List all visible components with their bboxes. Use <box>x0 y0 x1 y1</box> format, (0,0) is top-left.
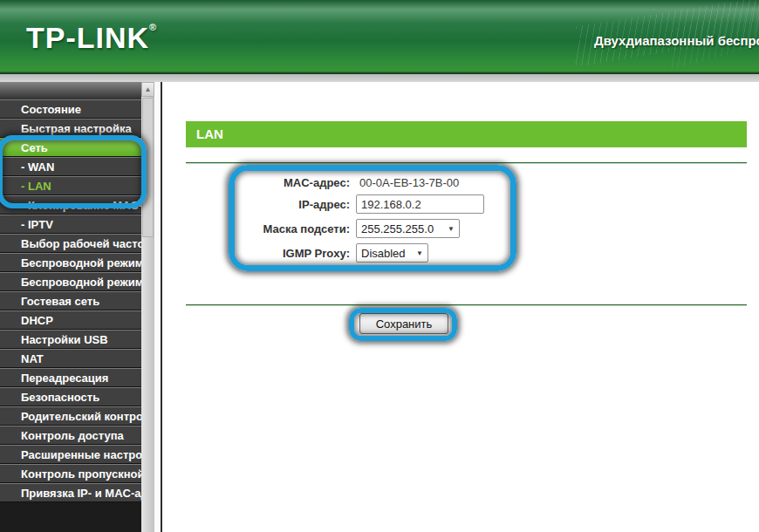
subnet-mask-select[interactable]: 255.255.255.0 ▼ <box>356 219 460 238</box>
scrollbar-thumb[interactable] <box>142 98 154 237</box>
scroll-up-button[interactable]: ▲ <box>141 82 154 97</box>
sidebar-item-advanced-settings[interactable]: Расширенные настройки <box>0 445 141 464</box>
save-button[interactable]: Сохранить <box>359 313 448 334</box>
sidebar-item-nat[interactable]: NAT <box>0 349 141 368</box>
sidebar-top-strip <box>0 82 141 99</box>
subnet-mask-label: Маска подсети: <box>186 220 350 238</box>
sidebar-item-forwarding[interactable]: Переадресация <box>0 368 141 387</box>
sidebar-item-wireless-2[interactable]: Беспроводной режим - <box>0 272 141 291</box>
sidebar-item-label: Сеть <box>21 141 48 154</box>
sidebar-item-label: - LAN <box>21 180 51 193</box>
subnet-mask-selected-value: 255.255.255.0 <box>361 222 434 235</box>
igmp-proxy-label: IGMP Proxy: <box>186 244 350 263</box>
sidebar-item-label: Гостевая сеть <box>21 295 99 308</box>
igmp-proxy-selected-value: Disabled <box>361 247 406 260</box>
sidebar-item-label: Переадресация <box>21 372 108 385</box>
sidebar-item-iptv[interactable]: - IPTV <box>0 215 141 234</box>
sidebar-content-gap <box>154 82 161 532</box>
sidebar-item-label: NAT <box>21 352 44 365</box>
sidebar-item-label: Беспроводной режим - <box>21 256 141 269</box>
sidebar-item-usb-settings[interactable]: Настройки USB <box>0 330 141 349</box>
logo-text: TP-LINK <box>26 21 149 54</box>
sidebar-item-status[interactable]: Состояние <box>0 99 141 119</box>
form-top-divider <box>186 162 747 163</box>
sidebar-item-label: Контроль пропускной способности <box>21 467 141 481</box>
router-admin-page: TP-LINK® Двухдиапазонный беспроводной Со… <box>0 0 759 532</box>
sidebar-item-dhcp[interactable]: DHCP <box>0 310 141 330</box>
sidebar-item-label: Состояние <box>21 103 81 116</box>
sidebar-item-ip-mac-binding[interactable]: Привязка IP- и MAC-адресов <box>0 483 141 502</box>
sidebar-item-label: Быстрая настройка <box>21 122 132 135</box>
sidebar-item-label: - Клонирование MAC-адреса <box>21 199 141 212</box>
sidebar-menu: Состояние Быстрая настройка Сеть - WAN -… <box>0 82 141 532</box>
sidebar-item-label: - WAN <box>21 160 54 174</box>
sidebar-item-label: Выбор рабочей частоты <box>21 237 141 250</box>
sidebar-item-network[interactable]: Сеть <box>0 138 141 157</box>
ip-address-input[interactable] <box>356 194 484 214</box>
header-banner: TP-LINK® Двухдиапазонный беспроводной <box>0 0 759 73</box>
sidebar-item-label: Привязка IP- и MAC-адресов <box>21 487 141 500</box>
sidebar-item-security[interactable]: Безопасность <box>0 387 141 406</box>
sidebar-item-label: Контроль доступа <box>21 429 124 442</box>
sidebar-item-lan[interactable]: - LAN <box>0 176 141 195</box>
header-divider <box>0 73 759 82</box>
form-bottom-divider <box>186 304 747 305</box>
sidebar-item-label: Беспроводной режим - <box>21 276 141 289</box>
ip-address-label: IP-адрес: <box>186 195 350 214</box>
sidebar-item-access-control[interactable]: Контроль доступа <box>0 426 141 445</box>
sidebar-item-label: DHCP <box>21 314 53 327</box>
mac-address-label: MAC-адрес: <box>186 174 350 192</box>
sidebar-item-wireless-1[interactable]: Беспроводной режим - <box>0 253 141 272</box>
sidebar-item-mac-clone[interactable]: - Клонирование MAC-адреса <box>0 195 141 215</box>
sidebar-item-bandwidth-control[interactable]: Контроль пропускной способности <box>0 464 141 483</box>
main-content: LAN MAC-адрес: 00-0A-EB-13-7B-00 IP-адре… <box>162 82 759 532</box>
sidebar-item-label: Расширенные настройки <box>21 448 141 461</box>
registered-mark: ® <box>149 22 157 32</box>
page-title: LAN <box>186 121 747 147</box>
mac-address-value: 00-0A-EB-13-7B-00 <box>359 174 459 192</box>
router-model-title: Двухдиапазонный беспроводной <box>594 33 759 48</box>
sidebar-item-label: Родительский контроль <box>21 410 141 423</box>
sidebar-item-frequency-select[interactable]: Выбор рабочей частоты <box>0 234 141 253</box>
igmp-proxy-select[interactable]: Disabled ▼ <box>356 243 428 263</box>
dropdown-caret-icon: ▼ <box>416 249 423 257</box>
sidebar-items: Состояние Быстрая настройка Сеть - WAN -… <box>0 99 141 502</box>
scroll-up-arrow-icon: ▲ <box>145 85 152 93</box>
sidebar-item-quick-setup[interactable]: Быстрая настройка <box>0 119 141 138</box>
dropdown-caret-icon: ▼ <box>448 225 455 233</box>
sidebar-scrollbar[interactable]: ▲ <box>141 82 154 532</box>
sidebar-item-label: Настройки USB <box>21 333 108 346</box>
sidebar-item-label: - IPTV <box>21 218 53 231</box>
sidebar-item-wan[interactable]: - WAN <box>0 157 141 176</box>
sidebar-item-label: Безопасность <box>21 391 99 404</box>
tplink-logo: TP-LINK® <box>26 21 157 55</box>
sidebar-item-guest-network[interactable]: Гостевая сеть <box>0 291 141 310</box>
sidebar-item-parental-control[interactable]: Родительский контроль <box>0 406 141 426</box>
